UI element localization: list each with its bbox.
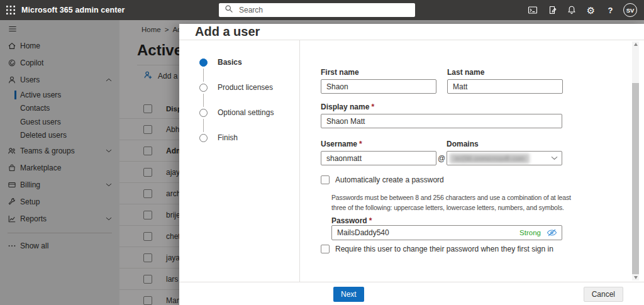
hint-line-1: Passwords must be between 8 and 256 char… <box>331 192 644 202</box>
first-name-field[interactable] <box>321 79 436 94</box>
domain-value-redacted: m156.onmicrosoft.com <box>450 153 530 164</box>
step-label: Product licenses <box>218 83 273 92</box>
step-dot <box>199 109 208 117</box>
password-label: Password* <box>331 216 644 225</box>
dialog-scrollbar[interactable] <box>632 42 639 280</box>
step-finish[interactable]: Finish <box>179 125 299 150</box>
last-name-label: Last name <box>447 68 563 77</box>
password-strength-badge: Strong <box>519 229 541 236</box>
auto-password-option[interactable]: Automatically create a password <box>321 175 644 184</box>
dialog-title: Add a user <box>179 24 644 40</box>
global-search[interactable] <box>219 3 415 17</box>
step-basics[interactable]: Basics <box>179 50 299 75</box>
app-title[interactable]: Microsoft 365 admin center <box>21 6 125 14</box>
help-icon[interactable]: ? <box>601 0 620 20</box>
password-field[interactable]: MailsDaddy540 Strong <box>331 225 562 240</box>
scroll-up-arrow[interactable] <box>632 42 639 48</box>
required-marker: * <box>371 103 374 111</box>
screen: Microsoft 365 admin center ⚙ ? SV <box>0 0 644 305</box>
topbar-actions: ⚙ ? SV <box>523 0 641 20</box>
password-value[interactable]: MailsDaddy540 <box>337 228 389 237</box>
next-button[interactable]: Next <box>333 287 364 302</box>
feedback-icon[interactable] <box>542 0 562 20</box>
domains-label: Domains <box>447 140 562 148</box>
settings-gear-icon[interactable]: ⚙ <box>581 0 601 20</box>
search-input[interactable] <box>238 5 415 15</box>
step-dot <box>199 84 208 92</box>
show-password-eye-icon[interactable] <box>547 229 557 236</box>
require-change-label: Require this user to change their passwo… <box>335 245 553 253</box>
cancel-button[interactable]: Cancel <box>584 287 623 302</box>
step-optional-settings[interactable]: Optional settings <box>179 100 299 125</box>
username-field[interactable] <box>321 151 436 165</box>
first-name-label: First name <box>321 68 436 77</box>
triangle-up-icon <box>634 43 638 46</box>
topbar: Microsoft 365 admin center ⚙ ? SV <box>0 0 644 20</box>
search-icon <box>225 4 233 16</box>
basics-form: First name Last name Display name* <box>301 40 644 282</box>
step-product-licenses[interactable]: Product licenses <box>179 75 299 100</box>
cloud-shell-icon[interactable] <box>523 0 542 20</box>
triangle-down-icon <box>634 276 638 279</box>
required-marker: * <box>369 216 372 225</box>
label-text: Display name <box>321 103 369 111</box>
display-name-label: Display name* <box>321 103 644 111</box>
step-label: Finish <box>218 133 238 142</box>
account-avatar[interactable]: SV <box>623 3 637 17</box>
auto-password-checkbox[interactable] <box>321 175 330 184</box>
last-name-field[interactable] <box>447 79 563 94</box>
require-change-option[interactable]: Require this user to change their passwo… <box>321 245 644 253</box>
dialog-footer: Next Cancel <box>179 282 644 305</box>
notifications-bell-icon[interactable] <box>562 0 581 20</box>
step-label: Basics <box>218 58 242 67</box>
at-symbol: @ <box>436 154 447 165</box>
step-dot-filled <box>199 58 208 67</box>
scroll-down-arrow[interactable] <box>632 274 639 280</box>
auto-password-label: Automatically create a password <box>335 175 444 184</box>
label-text: Username <box>321 140 357 148</box>
domains-dropdown[interactable]: m156.onmicrosoft.com <box>447 151 562 165</box>
username-label: Username* <box>321 140 436 148</box>
display-name-field[interactable] <box>321 114 562 128</box>
label-text: Password <box>331 216 367 225</box>
dialog-body: Basics Product licenses Optional setting… <box>179 40 644 282</box>
required-marker: * <box>359 140 362 148</box>
add-user-dialog: Add a user Basics Product licenses Optio… <box>179 24 644 305</box>
wizard-stepper: Basics Product licenses Optional setting… <box>179 40 300 282</box>
scrollbar-thumb[interactable] <box>632 83 639 274</box>
step-label: Optional settings <box>218 108 274 117</box>
step-dot <box>199 134 208 142</box>
app-launcher-waffle-icon[interactable] <box>0 0 21 20</box>
chevron-down-icon <box>551 156 558 160</box>
require-change-checkbox[interactable] <box>321 245 330 253</box>
password-requirements-text: Passwords must be between 8 and 256 char… <box>331 192 644 213</box>
hint-line-2: three of the following: uppercase letter… <box>331 202 644 213</box>
